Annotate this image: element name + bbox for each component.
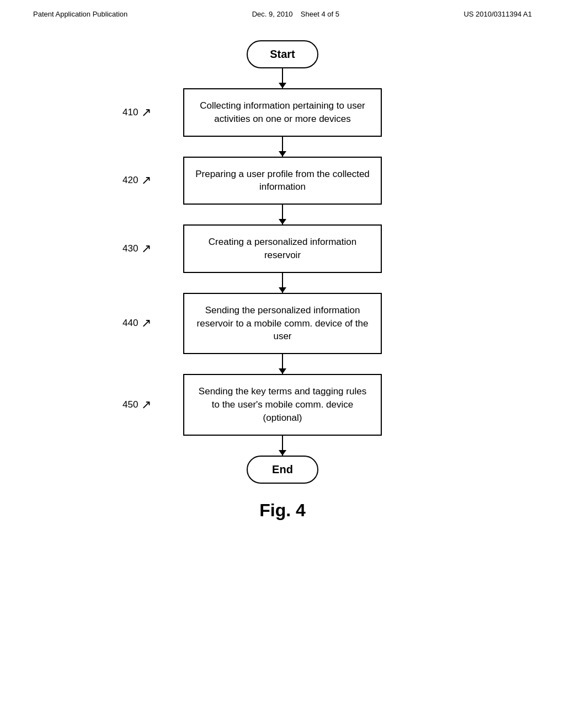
step-430-row: 430 ↗ Creating a personalized informatio…: [183, 224, 382, 273]
flowchart: Start 410 ↗ Collecting information perta…: [183, 40, 382, 484]
step-430-box: Creating a personalized information rese…: [183, 224, 382, 273]
step-420-label: 420 ↗: [122, 173, 151, 188]
step-440-label: 440 ↗: [122, 316, 151, 330]
arrow-5: [282, 354, 283, 374]
step-450-box: Sending the key terms and tagging rules …: [183, 374, 382, 435]
step-410-row: 410 ↗ Collecting information pertaining …: [183, 88, 382, 137]
step-420-row: 420 ↗ Preparing a user profile from the …: [183, 157, 382, 205]
header-right: US 2010/0311394 A1: [463, 10, 532, 18]
header-left: Patent Application Publication: [33, 10, 127, 18]
step-440-box: Sending the personalized information res…: [183, 293, 382, 354]
arrow-3: [282, 205, 283, 224]
end-node: End: [247, 456, 318, 484]
figure-label: Fig. 4: [259, 500, 306, 521]
step-410-label: 410 ↗: [122, 105, 151, 120]
step-450-row: 450 ↗ Sending the key terms and tagging …: [183, 374, 382, 435]
diagram-container: Start 410 ↗ Collecting information perta…: [0, 40, 565, 521]
step-420-box: Preparing a user profile from the collec…: [183, 157, 382, 205]
step-410-box: Collecting information pertaining to use…: [183, 88, 382, 137]
header-middle: Dec. 9, 2010 Sheet 4 of 5: [252, 10, 339, 18]
start-node: Start: [247, 40, 318, 68]
arrow-4: [282, 273, 283, 293]
page-header: Patent Application Publication Dec. 9, 2…: [0, 0, 565, 18]
step-430-label: 430 ↗: [122, 242, 151, 256]
step-450-label: 450 ↗: [122, 398, 151, 412]
arrow-6: [282, 436, 283, 456]
arrow-2: [282, 137, 283, 157]
step-440-row: 440 ↗ Sending the personalized informati…: [183, 293, 382, 354]
arrow-1: [282, 68, 283, 88]
